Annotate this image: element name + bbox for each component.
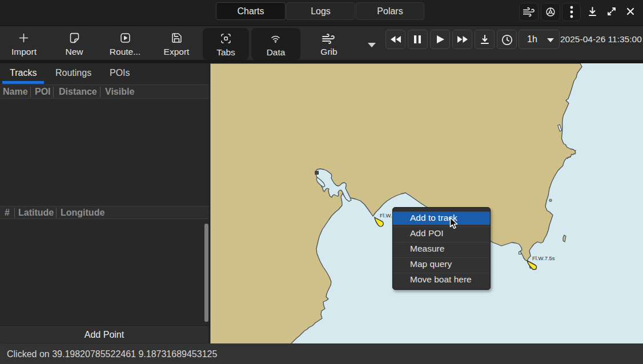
svg-text:Fl.W.: Fl.W. (380, 212, 392, 219)
svg-text:Fl.W.7.5s: Fl.W.7.5s (532, 255, 555, 261)
